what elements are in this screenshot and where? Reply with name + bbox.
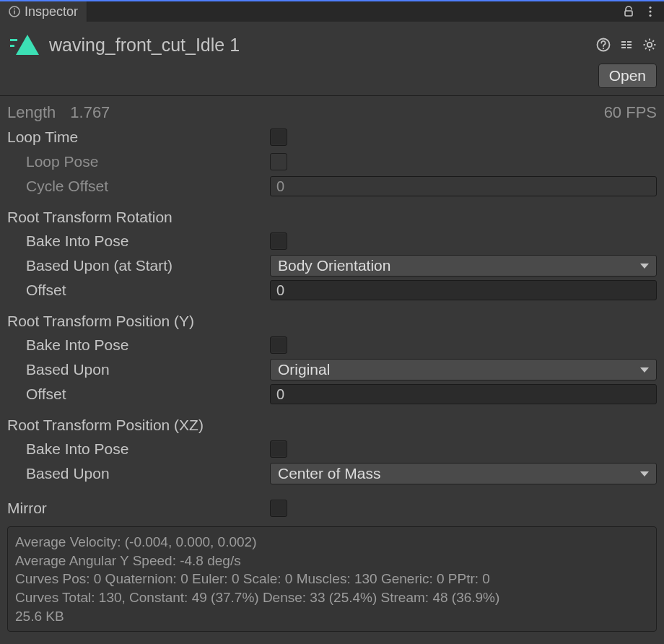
mirror-checkbox[interactable] [270, 500, 287, 517]
svg-rect-16 [627, 44, 632, 45]
chevron-down-icon [640, 264, 649, 269]
length-row: Length 1.767 60 FPS [7, 103, 657, 125]
svg-point-4 [649, 6, 651, 9]
mirror-label: Mirror [7, 500, 270, 517]
svg-rect-1 [14, 11, 15, 14]
preset-icon[interactable] [619, 38, 634, 52]
svg-rect-14 [621, 47, 626, 48]
svg-line-23 [645, 40, 647, 42]
svg-point-6 [649, 14, 651, 17]
svg-rect-3 [625, 11, 632, 16]
info-line: 25.6 KB [15, 607, 649, 626]
info-icon [9, 6, 20, 17]
posxz-based-dropdown[interactable]: Center of Mass [270, 463, 657, 484]
loop-time-label: Loop Time [7, 129, 270, 146]
info-line: Average Velocity: (-0.004, 0.000, 0.002) [15, 533, 649, 552]
svg-rect-2 [14, 9, 15, 10]
tab-inspector[interactable]: Inspector [0, 1, 87, 22]
posy-bake-label: Bake Into Pose [7, 336, 270, 354]
fps-label: 60 FPS [604, 103, 657, 122]
inspector-panel: Inspector [0, 0, 664, 644]
svg-rect-8 [10, 45, 14, 47]
info-line: Curves Total: 130, Constant: 49 (37.7%) … [15, 588, 649, 607]
svg-rect-7 [10, 39, 17, 41]
loop-pose-label: Loop Pose [7, 153, 270, 170]
rot-offset-label: Offset [7, 282, 270, 299]
length-value: 1.767 [70, 103, 110, 122]
tab-label: Inspector [25, 4, 78, 19]
rot-based-value: Body Orientation [278, 257, 390, 274]
svg-rect-15 [627, 41, 632, 43]
help-icon[interactable] [596, 38, 611, 52]
posy-based-value: Original [278, 361, 330, 378]
section-rotation: Root Transform Rotation [7, 209, 657, 226]
open-button[interactable]: Open [598, 64, 657, 88]
posxz-based-label: Based Upon [7, 465, 270, 482]
section-posxz: Root Transform Position (XZ) [7, 417, 657, 434]
posy-offset-input[interactable]: 0 [270, 384, 657, 404]
svg-point-11 [603, 48, 604, 49]
posy-based-dropdown[interactable]: Original [270, 359, 657, 380]
loop-time-checkbox[interactable] [270, 129, 287, 146]
svg-rect-17 [627, 47, 632, 48]
section-posy: Root Transform Position (Y) [7, 313, 657, 330]
posy-offset-label: Offset [7, 386, 270, 403]
cycle-offset-input[interactable]: 0 [270, 176, 657, 196]
posxz-bake-label: Bake Into Pose [7, 440, 270, 458]
chevron-down-icon [640, 471, 649, 477]
svg-line-26 [652, 40, 654, 42]
asset-name: waving_front_cut_Idle 1 [49, 35, 586, 56]
rot-offset-input[interactable]: 0 [270, 280, 657, 300]
svg-line-24 [652, 48, 654, 49]
settings-gear-icon[interactable] [642, 38, 657, 52]
asset-header: waving_front_cut_Idle 1 [0, 22, 664, 64]
info-line: Average Angular Y Speed: -4.8 deg/s [15, 552, 649, 570]
length-label: Length [7, 103, 56, 122]
animation-clip-icon [7, 30, 39, 59]
rot-based-label: Based Upon (at Start) [7, 257, 270, 274]
info-line: Curves Pos: 0 Quaternion: 0 Euler: 0 Sca… [15, 570, 649, 588]
svg-point-5 [649, 10, 651, 12]
rot-bake-checkbox[interactable] [270, 232, 287, 250]
svg-rect-12 [621, 41, 626, 43]
svg-marker-9 [16, 35, 39, 55]
loop-pose-checkbox[interactable] [270, 153, 287, 170]
posy-based-label: Based Upon [7, 361, 270, 378]
posxz-bake-checkbox[interactable] [270, 440, 287, 458]
lock-icon[interactable] [622, 5, 635, 18]
svg-rect-13 [621, 44, 626, 45]
svg-point-18 [647, 43, 652, 47]
clip-info-box: Average Velocity: (-0.004, 0.000, 0.002)… [7, 526, 657, 632]
rot-based-dropdown[interactable]: Body Orientation [270, 255, 657, 277]
rot-bake-label: Bake Into Pose [7, 232, 270, 250]
tab-bar: Inspector [0, 0, 664, 22]
posxz-based-value: Center of Mass [278, 465, 380, 482]
svg-line-25 [645, 48, 647, 49]
kebab-menu-icon[interactable] [644, 5, 657, 18]
posy-bake-checkbox[interactable] [270, 336, 287, 354]
chevron-down-icon [640, 367, 649, 373]
cycle-offset-label: Cycle Offset [7, 178, 270, 195]
